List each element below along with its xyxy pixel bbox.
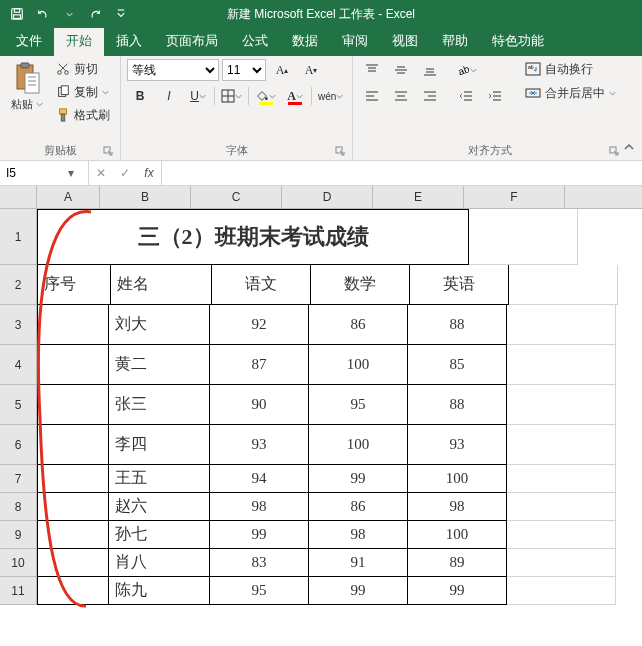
cell[interactable]: 姓名 <box>111 265 212 305</box>
row-header[interactable]: 2 <box>0 265 37 305</box>
tab-special[interactable]: 特色功能 <box>480 26 556 56</box>
row-header[interactable]: 5 <box>0 385 37 425</box>
cell[interactable] <box>37 577 109 605</box>
cell[interactable]: 英语 <box>410 265 509 305</box>
col-header-F[interactable]: F <box>464 186 565 208</box>
cell[interactable]: 93 <box>408 425 507 465</box>
font-color-button[interactable]: A <box>282 85 308 107</box>
cell[interactable] <box>469 209 578 265</box>
cell[interactable] <box>37 305 109 345</box>
tab-review[interactable]: 审阅 <box>330 26 380 56</box>
cell[interactable] <box>507 493 616 521</box>
cell[interactable]: 数学 <box>311 265 410 305</box>
row-header[interactable]: 9 <box>0 521 37 549</box>
copy-button[interactable]: 复制 <box>52 82 114 102</box>
italic-button[interactable]: I <box>156 85 182 107</box>
fill-color-button[interactable] <box>252 85 279 107</box>
cell[interactable]: 100 <box>408 521 507 549</box>
tab-page-layout[interactable]: 页面布局 <box>154 26 230 56</box>
cell[interactable]: 序号 <box>37 265 111 305</box>
collapse-ribbon-button[interactable] <box>620 139 638 157</box>
cell[interactable] <box>507 577 616 605</box>
undo-button[interactable] <box>32 3 54 25</box>
redo-button[interactable] <box>84 3 106 25</box>
cell[interactable] <box>37 493 109 521</box>
name-box[interactable]: ▾ <box>0 161 89 185</box>
cell[interactable] <box>37 425 109 465</box>
decrease-indent-button[interactable] <box>453 85 479 107</box>
cell[interactable]: 88 <box>408 385 507 425</box>
cell[interactable]: 肖八 <box>109 549 210 577</box>
align-center-button[interactable] <box>388 85 414 107</box>
cell[interactable]: 90 <box>210 385 309 425</box>
row-header[interactable]: 10 <box>0 549 37 577</box>
cell[interactable]: 100 <box>408 465 507 493</box>
cell[interactable]: 83 <box>210 549 309 577</box>
cell[interactable]: 98 <box>210 493 309 521</box>
increase-font-button[interactable]: A▴ <box>269 59 295 81</box>
cell[interactable]: 99 <box>309 577 408 605</box>
font-launcher-icon[interactable] <box>334 146 346 158</box>
cell[interactable] <box>507 521 616 549</box>
underline-button[interactable]: U <box>185 85 211 107</box>
cell[interactable]: 陈九 <box>109 577 210 605</box>
tab-formulas[interactable]: 公式 <box>230 26 280 56</box>
cell[interactable]: 黄二 <box>109 345 210 385</box>
cell[interactable]: 93 <box>210 425 309 465</box>
row-header[interactable]: 11 <box>0 577 37 605</box>
align-bottom-button[interactable] <box>417 59 443 81</box>
orientation-button[interactable]: ab <box>453 59 480 81</box>
cell[interactable] <box>507 549 616 577</box>
align-middle-button[interactable] <box>388 59 414 81</box>
qat-customize-icon[interactable] <box>110 3 132 25</box>
worksheet[interactable]: A B C D E F 1三（2）班期末考试成绩2序号姓名语文数学英语3刘大92… <box>0 186 642 646</box>
alignment-launcher-icon[interactable] <box>608 146 620 158</box>
cancel-formula-button[interactable]: ✕ <box>89 161 113 185</box>
cell[interactable]: 95 <box>309 385 408 425</box>
cell[interactable]: 王五 <box>109 465 210 493</box>
save-button[interactable] <box>6 3 28 25</box>
cell[interactable]: 91 <box>309 549 408 577</box>
wrap-text-button[interactable]: ab 自动换行 <box>521 59 620 79</box>
increase-indent-button[interactable] <box>482 85 508 107</box>
tab-view[interactable]: 视图 <box>380 26 430 56</box>
tab-data[interactable]: 数据 <box>280 26 330 56</box>
cell[interactable] <box>507 465 616 493</box>
font-name-select[interactable]: 等线 <box>127 59 219 81</box>
cell[interactable]: 95 <box>210 577 309 605</box>
tab-file[interactable]: 文件 <box>4 26 54 56</box>
decrease-font-button[interactable]: A▾ <box>298 59 324 81</box>
merge-center-button[interactable]: 合并后居中 <box>521 83 620 103</box>
cell[interactable]: 87 <box>210 345 309 385</box>
row-header[interactable]: 1 <box>0 209 37 265</box>
name-box-dropdown-icon[interactable]: ▾ <box>64 166 78 180</box>
clipboard-launcher-icon[interactable] <box>102 146 114 158</box>
row-header[interactable]: 8 <box>0 493 37 521</box>
table-title-cell[interactable]: 三（2）班期末考试成绩 <box>37 209 469 265</box>
undo-dropdown-icon[interactable] <box>58 3 80 25</box>
align-right-button[interactable] <box>417 85 443 107</box>
cell[interactable]: 赵六 <box>109 493 210 521</box>
col-header-B[interactable]: B <box>100 186 191 208</box>
cell[interactable] <box>37 521 109 549</box>
font-size-select[interactable]: 11 <box>222 59 266 81</box>
borders-button[interactable] <box>218 85 245 107</box>
cell[interactable]: 98 <box>408 493 507 521</box>
col-header-D[interactable]: D <box>282 186 373 208</box>
cell[interactable]: 99 <box>309 465 408 493</box>
cell[interactable]: 刘大 <box>109 305 210 345</box>
formula-input[interactable] <box>162 161 642 185</box>
row-header[interactable]: 6 <box>0 425 37 465</box>
name-box-input[interactable] <box>4 165 64 181</box>
cell[interactable] <box>507 425 616 465</box>
cut-button[interactable]: 剪切 <box>52 59 114 79</box>
cell[interactable]: 99 <box>408 577 507 605</box>
cell[interactable] <box>37 465 109 493</box>
cell[interactable] <box>507 345 616 385</box>
cell[interactable]: 85 <box>408 345 507 385</box>
cell[interactable] <box>507 385 616 425</box>
col-header-E[interactable]: E <box>373 186 464 208</box>
cell[interactable]: 李四 <box>109 425 210 465</box>
cell[interactable] <box>37 385 109 425</box>
cell[interactable]: 99 <box>210 521 309 549</box>
